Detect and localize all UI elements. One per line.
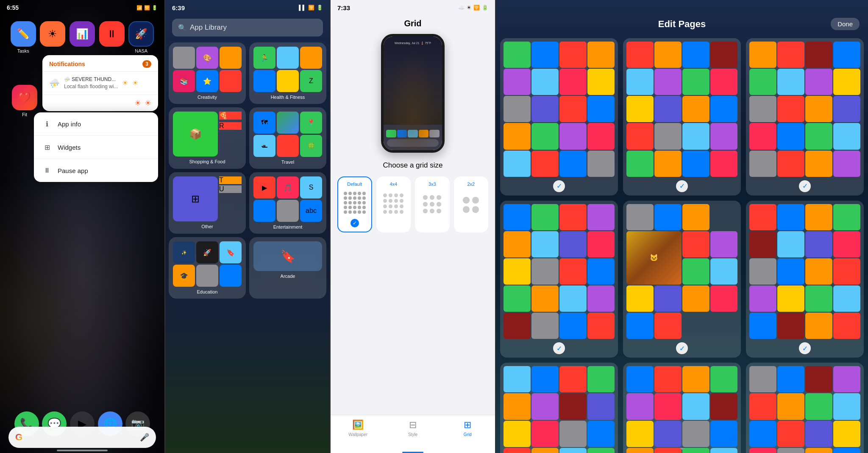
pg9-app15 (805, 448, 832, 453)
pg6-app5 (749, 231, 776, 257)
tasks-app[interactable]: ✏️ Tasks (11, 21, 36, 53)
pg9-app11 (805, 421, 832, 447)
youtube-mini: ▶ (253, 176, 275, 199)
pg7-app13 (504, 448, 531, 453)
creativity-folder[interactable]: 🎨 📚 ⭐ Creativity (169, 42, 246, 104)
shopping-folder[interactable]: 📦 🍕 R Shopping & Food (169, 107, 246, 169)
grid-default[interactable]: Default ✓ (337, 176, 372, 232)
video-app[interactable]: ⏸ (99, 21, 125, 53)
travel-app4: 🛥 (253, 135, 275, 157)
entertainment-grid: ▶ 🎵 S abc (253, 176, 322, 222)
pg6-app19 (805, 313, 832, 339)
app-info-item[interactable]: ℹ App info (34, 112, 158, 136)
pg7-app2 (531, 366, 559, 392)
notification-popup: Notifications 3 ⛈️ ⛈️ SEVERE THUND... Lo… (42, 55, 158, 111)
wallpaper-tab-icon: 🖼️ (352, 419, 364, 431)
pg5-app1 (626, 204, 654, 230)
2x2-label: 2x2 (467, 182, 475, 187)
health-folder[interactable]: 🏃 Z Health & Fitness (249, 42, 326, 104)
nasa-app[interactable]: 🚀 NASA (128, 21, 154, 53)
pg5-app5 (682, 231, 709, 257)
music-mini: 🎵 (277, 176, 299, 199)
app-library-grid: 🎨 📚 ⭐ Creativity 🏃 Z Healt (169, 42, 326, 299)
maps-mini: 🗺 (253, 112, 275, 134)
pg9-app9 (749, 421, 776, 447)
tab-wallpaper[interactable]: 🖼️ Wallpaper (331, 419, 385, 437)
notif-icon2: ☀ (145, 98, 151, 108)
pg4-app19 (559, 313, 587, 339)
status-icons: 📶 🛜 🔋 (136, 5, 158, 11)
pg9-app10 (777, 421, 804, 447)
pg3-app7 (805, 69, 832, 95)
done-button[interactable]: Done (831, 18, 860, 30)
page-8[interactable]: ✓ (623, 363, 741, 453)
arcade-folder[interactable]: 🔖 Arcade (249, 237, 326, 299)
page-3-check: ✓ (799, 180, 811, 192)
notif-sub: Local flash flooding wi... (64, 83, 118, 90)
pg1-app20 (587, 151, 615, 177)
other1: T (219, 176, 242, 184)
pg8-app14 (654, 448, 682, 453)
building-overlay (384, 65, 442, 125)
sun-icon2: ☀ (132, 79, 138, 87)
pause-item[interactable]: ⏸ Pause app (34, 159, 158, 182)
page-4[interactable]: ✓ (500, 201, 618, 358)
pg1-app1 (504, 42, 531, 68)
healthapp3 (300, 47, 322, 69)
pg6-app2 (777, 204, 804, 230)
pg4-app1 (504, 204, 531, 230)
notif-item-weather[interactable]: ⛈️ ⛈️ SEVERE THUND... Local flash floodi… (42, 72, 158, 95)
pg8-app12 (710, 421, 737, 447)
page-5-check: ✓ (676, 342, 688, 354)
battery-icon: 🔋 (152, 5, 158, 11)
grid-3x3[interactable]: 3x3 (415, 176, 450, 232)
pg4-app20 (587, 313, 615, 339)
other-folder[interactable]: ⊞ T U Other (169, 172, 246, 234)
p-app5 (429, 130, 440, 137)
travel-folder[interactable]: 🗺 📍 🛥 🍀 Travel (249, 107, 326, 169)
4x4-dots (383, 193, 403, 214)
ios-library-screen: 6:39 ▌▌ 🛜 🔋 🔍 App Library 🎨 📚 ⭐ (165, 0, 331, 453)
page-7[interactable]: ✓ (500, 363, 618, 453)
travel-label: Travel (253, 159, 322, 165)
page-5[interactable]: 🐱 ✓ (623, 201, 741, 358)
app-library-search[interactable]: 🔍 App Library (172, 19, 323, 36)
pg5-app12 (710, 285, 737, 312)
page-1[interactable]: ✓ (500, 38, 618, 196)
grid-2x2[interactable]: 2x2 (454, 176, 489, 232)
pg3-app5 (749, 69, 776, 95)
pg6-app17 (749, 313, 776, 339)
tab-style[interactable]: ⊟ Style (385, 419, 440, 437)
page-5-inner: 🐱 (626, 204, 737, 339)
education-folder[interactable]: ✨ 🚀 🔖 🎓 Education (169, 237, 246, 299)
pg3-app17 (749, 151, 776, 177)
notif-title: Notifications (49, 61, 85, 67)
page-3[interactable]: ✓ (746, 38, 864, 196)
pg3-app3 (805, 42, 832, 68)
context-menu: ℹ App info ⊞ Widgets ⏸ Pause app (34, 112, 158, 182)
widgets-item[interactable]: ⊞ Widgets (34, 136, 158, 159)
page-6[interactable]: ✓ (746, 201, 864, 358)
grid-4x4[interactable]: 4x4 (376, 176, 411, 232)
pg4-app2 (531, 204, 559, 230)
notif-count: 3 (142, 60, 151, 68)
entertainment-folder[interactable]: ▶ 🎵 S abc Entertainment (249, 172, 326, 234)
shopping-label: Shopping & Food (173, 159, 242, 164)
phone-preview-bg: Wednesday, Jul 21 🌡️ 75°F (384, 36, 442, 150)
weather-app[interactable]: ☀ (40, 21, 65, 53)
page-9[interactable]: ✓ (746, 363, 864, 453)
pg1-app2 (531, 42, 559, 68)
pg9-app12 (833, 421, 860, 447)
tab-grid[interactable]: ⊞ Grid (440, 419, 495, 437)
pg4-app5 (504, 231, 531, 257)
bottom-tabs: 🖼️ Wallpaper ⊟ Style ⊞ Grid (331, 415, 495, 453)
p-app4 (419, 130, 429, 137)
page-2[interactable]: ✓ (623, 38, 741, 196)
pg2-app5 (626, 69, 654, 95)
amazon-big: 📦 (173, 112, 218, 157)
fit-app[interactable]: ❤️ Fit (12, 85, 37, 117)
pg6-app1 (749, 204, 776, 230)
pg2-app17 (626, 151, 654, 177)
stats-app[interactable]: 📊 (70, 21, 95, 53)
google-search-bar[interactable]: G 🎤 (8, 427, 156, 448)
